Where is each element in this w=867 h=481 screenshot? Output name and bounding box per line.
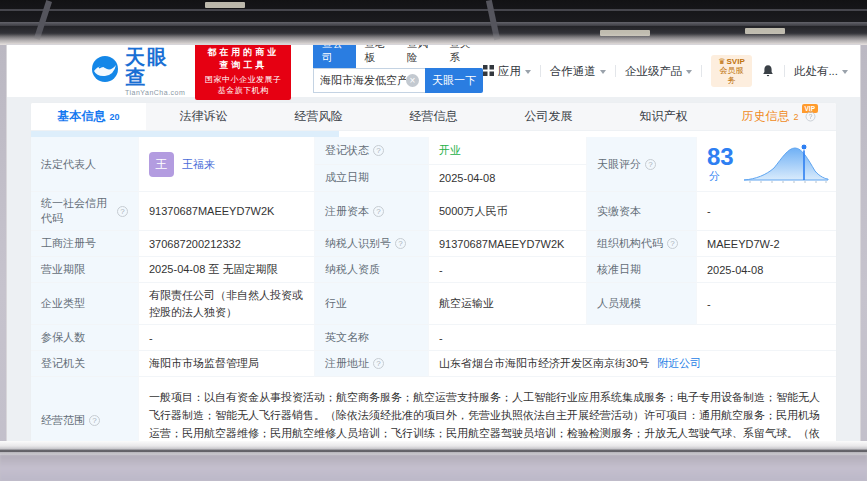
- tab-count: 20: [109, 112, 119, 122]
- tab-intellectual-property[interactable]: 知识产权: [606, 103, 721, 130]
- chevron-down-icon: [525, 70, 531, 74]
- menu-more-label: 此处有...: [794, 64, 838, 79]
- field-label: 人员规模: [587, 283, 697, 325]
- brand-name: 天眼查: [125, 47, 185, 87]
- help-icon[interactable]: [373, 206, 384, 217]
- help-icon[interactable]: [117, 206, 128, 217]
- help-icon[interactable]: [805, 112, 815, 122]
- browser-page: 天眼查 TianYanCha.com 都在用的商业查询工具 国家中小企业发展子基…: [7, 45, 860, 441]
- crown-icon: [718, 57, 726, 66]
- search-input[interactable]: [320, 74, 406, 86]
- field-value: -: [697, 283, 837, 325]
- help-icon[interactable]: [667, 238, 678, 249]
- field-value: 有限责任公司（非自然人投资或控股的法人独资）: [139, 283, 315, 325]
- search-tabs: 查公司 查老板 查风险 查关系: [313, 50, 483, 68]
- field-label: 登记机关: [31, 351, 139, 377]
- search-tab-boss[interactable]: 查老板: [356, 45, 399, 68]
- reg-address-text: 山东省烟台市海阳市经济开发区南京街30号: [439, 356, 649, 371]
- field-label: 工商注册号: [31, 231, 139, 257]
- field-label: 登记状态: [315, 137, 429, 165]
- menu-cooperation[interactable]: 合作通道: [550, 64, 606, 79]
- notification-bell-icon[interactable]: [761, 64, 775, 78]
- nearby-companies-link[interactable]: 附近公司: [657, 356, 701, 371]
- help-icon[interactable]: [395, 238, 406, 249]
- field-value: 370687200212332: [139, 231, 315, 257]
- menu-enterprise-label: 企业级产品: [625, 64, 683, 79]
- field-label: 天眼评分: [587, 137, 697, 192]
- menu-cooperation-label: 合作通道: [550, 64, 596, 79]
- search-button[interactable]: 天眼一下: [425, 68, 483, 93]
- field-value: -: [429, 325, 837, 351]
- tab-company-development[interactable]: 公司发展: [491, 103, 606, 130]
- divider: [540, 65, 541, 77]
- slogan-banner: 都在用的商业查询工具 国家中小企业发展子基金旗下机构: [195, 45, 291, 100]
- legal-rep-link[interactable]: 王福来: [182, 157, 215, 172]
- field-value: 王 王福来: [139, 137, 315, 192]
- tab-business-info[interactable]: 经营信息: [376, 103, 491, 130]
- search-tab-relation[interactable]: 查关系: [441, 45, 484, 68]
- tab-label: 法律诉讼: [180, 108, 228, 125]
- help-icon[interactable]: [373, 145, 384, 156]
- score-value: 83分: [707, 145, 734, 184]
- tab-operational-risk[interactable]: 经营风险: [261, 103, 376, 130]
- help-icon[interactable]: [373, 358, 384, 369]
- tab-legal-proceedings[interactable]: 法律诉讼: [146, 103, 261, 130]
- tab-label: 基本信息: [57, 108, 105, 125]
- ceiling-lamp: [205, 2, 245, 8]
- score-curve-chart[interactable]: [742, 141, 830, 187]
- search-row: 天眼一下: [313, 68, 483, 93]
- menu-enterprise-products[interactable]: 企业级产品: [625, 64, 693, 79]
- tab-label: 经营风险: [295, 108, 343, 125]
- tab-label: 历史信息: [741, 108, 789, 125]
- site-header: 天眼查 TianYanCha.com 都在用的商业查询工具 国家中小企业发展子基…: [7, 45, 860, 97]
- field-value: 2025-04-08: [697, 257, 837, 283]
- ceiling-beam: [0, 22, 867, 26]
- header-menu: 应用 合作通道 企业级产品 SVIP 会员服务 此处: [483, 55, 848, 87]
- field-label: 企业类型: [31, 283, 139, 325]
- chevron-down-icon: [842, 70, 848, 74]
- field-label: 参保人数: [31, 325, 139, 351]
- divider: [784, 65, 785, 77]
- field-value: 海阳市市场监督管理局: [139, 351, 315, 377]
- tab-history-info[interactable]: VIP 历史信息 2: [721, 103, 836, 130]
- field-label: 注册资本: [315, 192, 429, 231]
- help-icon[interactable]: [89, 415, 100, 426]
- svip-member-badge[interactable]: SVIP 会员服务: [711, 55, 752, 87]
- search-tab-company[interactable]: 查公司: [313, 45, 356, 68]
- tab-count: 2: [793, 112, 798, 122]
- divider: [701, 65, 702, 77]
- field-value: -: [697, 192, 837, 231]
- slogan-line2: 国家中小企业发展子基金旗下机构: [203, 74, 283, 96]
- menu-apps[interactable]: 应用: [483, 64, 531, 79]
- chevron-down-icon: [600, 70, 606, 74]
- section-tabs: 基本信息 20 法律诉讼 经营风险 经营信息 公司发展 知识产权: [31, 103, 836, 131]
- ceiling-beam: [0, 9, 867, 11]
- search-tab-risk[interactable]: 查风险: [398, 45, 441, 68]
- tab-basic-info[interactable]: 基本信息 20: [31, 103, 146, 130]
- background-photo-bottom: [0, 455, 867, 481]
- menu-more[interactable]: 此处有...: [794, 64, 848, 79]
- field-label: 营业期限: [31, 257, 139, 283]
- brand-domain: TianYanCha.com: [125, 89, 185, 96]
- tianyancha-logo[interactable]: 天眼查 TianYanCha.com: [91, 47, 185, 96]
- field-label: 法定代表人: [31, 137, 139, 192]
- field-label: 注册地址: [315, 351, 429, 377]
- apps-grid-icon: [483, 65, 494, 78]
- avatar[interactable]: 王: [149, 152, 174, 177]
- background-photo-top: [0, 0, 867, 45]
- haze-overlay: [0, 33, 867, 45]
- clear-icon[interactable]: [406, 74, 419, 87]
- field-label: 组织机构代码: [587, 231, 697, 257]
- basic-info-table: 法定代表人 王 王福来 登记状态 开业 天眼评分 83分: [31, 137, 836, 441]
- svip-line2: 会员服务: [718, 66, 745, 84]
- field-value: 5000万人民币: [429, 192, 587, 231]
- divider: [615, 65, 616, 77]
- field-value: 山东省烟台市海阳市经济开发区南京街30号 附近公司: [429, 351, 837, 377]
- tab-label: 经营信息: [410, 108, 458, 125]
- field-label: 英文名称: [315, 325, 429, 351]
- business-scope-value: 一般项目：以自有资金从事投资活动；航空商务服务；航空运营支持服务；人工智能行业应…: [139, 377, 837, 441]
- slogan-line1: 都在用的商业查询工具: [203, 46, 283, 72]
- field-value: 2025-04-08 至 无固定期限: [139, 257, 315, 283]
- help-icon[interactable]: [645, 159, 656, 170]
- field-label: 核准日期: [587, 257, 697, 283]
